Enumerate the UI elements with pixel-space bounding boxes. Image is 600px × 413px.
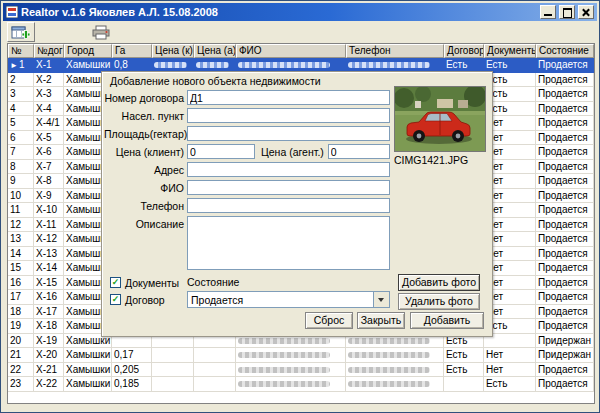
redacted-text (348, 338, 430, 344)
cell-state: Продается (536, 218, 594, 233)
cell-price_a (194, 348, 236, 363)
cell-price_a (194, 377, 236, 392)
add-record-button[interactable] (7, 22, 35, 42)
cell-phone (346, 377, 444, 392)
table-row[interactable]: 22Х-21Хамышки0,205ЕстьНетПродается (8, 363, 594, 378)
chevron-down-icon[interactable] (373, 292, 389, 307)
cell-dog: Х-8 (34, 174, 64, 189)
cell-dogovor (444, 377, 484, 392)
remove-photo-button[interactable]: Удалить фото (398, 293, 480, 310)
documents-checkbox[interactable]: ✓ (110, 277, 121, 288)
contract-checkbox[interactable]: ✓ (110, 294, 121, 305)
cell-dog: Х-17 (34, 305, 64, 320)
cell-city: Хамышки (64, 377, 112, 392)
cell-state: Продается (536, 131, 594, 146)
window-title: Realtor v.1.6 Яковлев А.Л. 15.08.2008 (21, 6, 537, 18)
column-header-phone[interactable]: Телефон (346, 44, 444, 58)
cell-num: 18 (8, 305, 34, 320)
cell-dog: Х-4/1 (34, 116, 64, 131)
cell-dog: Х-13 (34, 247, 64, 262)
cell-fio (236, 363, 346, 378)
cell-num: ►1 (8, 58, 34, 73)
redacted-text (348, 367, 430, 373)
cell-dog: Х-12 (34, 232, 64, 247)
state-label: Состояние (187, 276, 239, 288)
address-field[interactable] (187, 162, 390, 177)
cell-dog: Х-19 (34, 334, 64, 349)
close-dialog-button[interactable]: Закрыть (357, 312, 405, 329)
area-field[interactable] (187, 126, 390, 141)
add-record-icon (11, 24, 31, 41)
cell-num: 7 (8, 145, 34, 160)
redacted-text (348, 352, 430, 358)
column-header-dog[interactable]: №дог (34, 44, 64, 58)
column-header-dogovor[interactable]: Договор (444, 44, 484, 58)
column-header-price_a[interactable]: Цена (а) (194, 44, 236, 58)
redacted-text (348, 381, 430, 387)
cell-state: Продается (536, 319, 594, 334)
documents-checkbox-row: ✓ Документы (110, 276, 179, 289)
phone-label: Телефон (104, 200, 184, 212)
cell-state: Продается (536, 58, 594, 73)
description-field[interactable] (187, 216, 390, 270)
cell-state: Продается (536, 116, 594, 131)
column-header-ga[interactable]: Га (112, 44, 152, 58)
contract-checkbox-label: Договор (125, 294, 165, 306)
price-agent-field[interactable] (328, 144, 390, 159)
redacted-text (348, 62, 430, 68)
cell-num: 15 (8, 261, 34, 276)
column-header-docs[interactable]: Документы (484, 44, 536, 58)
cell-num: 19 (8, 319, 34, 334)
settlement-label: Насел. пункт (104, 110, 184, 122)
maximize-button[interactable] (559, 5, 575, 19)
cell-ga: 0,185 (112, 377, 152, 392)
app-icon (6, 6, 18, 18)
table-row[interactable]: 23Х-22Хамышки0,185ЕстьПродается (8, 377, 594, 392)
cell-phone (346, 348, 444, 363)
add-object-dialog: Добавление нового объекта недвижимости Н… (101, 71, 493, 337)
redacted-text (238, 352, 330, 358)
price-client-field[interactable] (187, 144, 255, 159)
fio-field[interactable] (187, 180, 390, 195)
column-header-num[interactable]: № (8, 44, 34, 58)
add-object-button[interactable]: Добавить (410, 312, 484, 329)
reset-button[interactable]: Сброс (305, 312, 353, 329)
cell-dog: Х-18 (34, 319, 64, 334)
cell-num: 16 (8, 276, 34, 291)
column-header-price_k[interactable]: Цена (к) (152, 44, 194, 58)
photo-preview (394, 86, 486, 152)
cell-dog: Х-9 (34, 189, 64, 204)
app-window: Realtor v.1.6 Яковлев А.Л. 15.08.2008 (0, 0, 600, 413)
cell-state: Продается (536, 102, 594, 117)
cell-price_k (152, 377, 194, 392)
state-combobox[interactable]: Продается (187, 291, 390, 308)
column-header-fio[interactable]: ФИО (236, 44, 346, 58)
cell-state: Продается (536, 363, 594, 378)
phone-field[interactable] (187, 198, 390, 213)
minimize-button[interactable] (540, 5, 556, 19)
cell-ga: 0,205 (112, 363, 152, 378)
redacted-text (154, 62, 187, 68)
settlement-field[interactable] (187, 108, 390, 123)
address-label: Адрес (104, 164, 184, 176)
cell-state: Продается (536, 232, 594, 247)
close-button[interactable] (578, 5, 594, 19)
print-button[interactable] (87, 22, 115, 42)
printer-icon (91, 24, 111, 41)
documents-checkbox-label: Документы (125, 277, 179, 289)
column-header-state[interactable]: Состояние (536, 44, 594, 58)
cell-price_k (152, 363, 194, 378)
cell-price_k (152, 348, 194, 363)
cell-num: 14 (8, 247, 34, 262)
cell-num: 22 (8, 363, 34, 378)
toolbar (3, 21, 597, 43)
add-photo-button[interactable]: Добавить фото (398, 274, 480, 291)
cell-state: Придержан (536, 348, 594, 363)
title-bar: Realtor v.1.6 Яковлев А.Л. 15.08.2008 (3, 3, 597, 21)
table-row[interactable]: 21Х-20Хамышки0,17ЕстьНетПридержан (8, 348, 594, 363)
cell-num: 9 (8, 174, 34, 189)
cell-dog: Х-22 (34, 377, 64, 392)
column-header-city[interactable]: Город (64, 44, 112, 58)
contract-number-field[interactable] (187, 90, 390, 105)
area-label: Площадь(гектар) (104, 128, 184, 140)
